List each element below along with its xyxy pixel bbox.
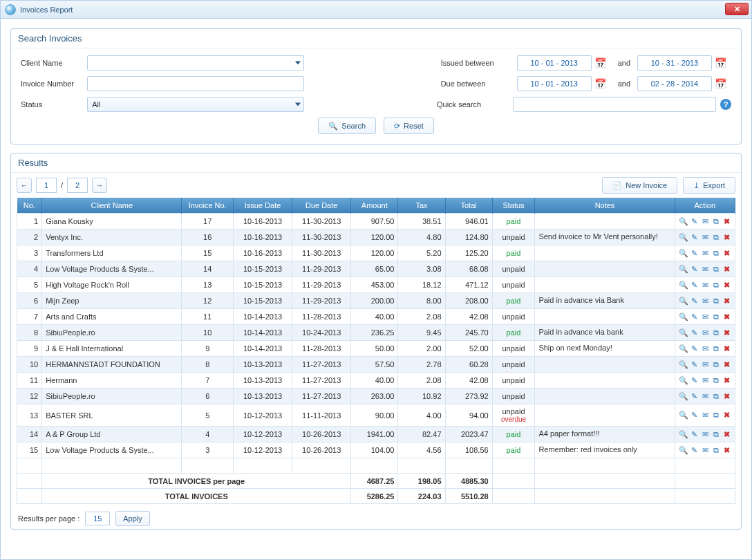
delete-icon[interactable]: ✖ <box>722 216 731 226</box>
delete-icon[interactable]: ✖ <box>722 328 731 337</box>
export-button[interactable]: ⤓ Export <box>683 177 735 194</box>
copy-icon[interactable]: ⧉ <box>712 429 721 439</box>
email-icon[interactable]: ✉ <box>701 264 710 274</box>
col-amount[interactable]: Amount <box>351 198 398 214</box>
calendar-icon[interactable]: 📅 <box>715 57 726 68</box>
view-icon[interactable]: 🔍 <box>679 216 688 226</box>
copy-icon[interactable]: ⧉ <box>712 296 721 306</box>
view-icon[interactable]: 🔍 <box>679 328 688 337</box>
edit-icon[interactable]: ✎ <box>690 445 699 455</box>
client-name-combo[interactable] <box>87 55 304 71</box>
email-icon[interactable]: ✉ <box>701 216 710 226</box>
delete-icon[interactable]: ✖ <box>722 429 731 439</box>
copy-icon[interactable]: ⧉ <box>712 232 721 242</box>
calendar-icon[interactable]: 📅 <box>594 78 605 89</box>
client-name-input[interactable] <box>88 56 295 70</box>
col-action[interactable]: Action <box>675 198 735 214</box>
pager-current-input[interactable] <box>36 178 57 193</box>
new-invoice-button[interactable]: 📄 New Invoice <box>602 177 677 194</box>
copy-icon[interactable]: ⧉ <box>712 344 721 353</box>
status-combo[interactable]: All <box>87 97 304 112</box>
delete-icon[interactable]: ✖ <box>722 411 731 420</box>
email-icon[interactable]: ✉ <box>701 375 710 385</box>
email-icon[interactable]: ✉ <box>701 248 710 258</box>
table-row[interactable]: 11 Hermann 7 10-13-2013 11-27-2013 40.00… <box>17 373 735 389</box>
pager-next-button[interactable]: → <box>92 178 107 193</box>
col-client[interactable]: Client Name <box>42 198 182 214</box>
delete-icon[interactable]: ✖ <box>722 280 731 290</box>
email-icon[interactable]: ✉ <box>701 411 710 420</box>
delete-icon[interactable]: ✖ <box>722 312 731 321</box>
table-row[interactable]: 14 A & P Group Ltd 4 10-12-2013 10-26-20… <box>17 427 735 442</box>
close-button[interactable]: ✕ <box>725 3 749 15</box>
table-row[interactable]: 1 Giana Kousky 17 10-16-2013 11-30-2013 … <box>17 214 735 230</box>
table-row[interactable]: 12 SibiuPeople.ro 6 10-13-2013 11-27-201… <box>17 389 735 404</box>
copy-icon[interactable]: ⧉ <box>712 411 721 420</box>
email-icon[interactable]: ✉ <box>701 328 710 337</box>
copy-icon[interactable]: ⧉ <box>712 280 721 290</box>
calendar-icon[interactable]: 📅 <box>715 78 726 89</box>
col-issue[interactable]: Issue Date <box>233 198 292 214</box>
table-row[interactable]: 4 Low Voltage Products & Syste... 14 10-… <box>17 261 735 277</box>
due-from-input[interactable] <box>517 76 592 91</box>
table-row[interactable]: 10 HERMANNSTADT FOUNDATION 8 10-13-2013 … <box>17 357 735 373</box>
edit-icon[interactable]: ✎ <box>690 360 699 369</box>
col-status[interactable]: Status <box>492 198 535 214</box>
view-icon[interactable]: 🔍 <box>679 445 688 455</box>
email-icon[interactable]: ✉ <box>701 429 710 439</box>
copy-icon[interactable]: ⧉ <box>712 216 721 226</box>
col-due[interactable]: Due Date <box>292 198 351 214</box>
edit-icon[interactable]: ✎ <box>690 248 699 258</box>
view-icon[interactable]: 🔍 <box>679 264 688 274</box>
delete-icon[interactable]: ✖ <box>722 264 731 274</box>
email-icon[interactable]: ✉ <box>701 344 710 353</box>
delete-icon[interactable]: ✖ <box>722 344 731 353</box>
quick-search-input[interactable] <box>513 97 716 112</box>
view-icon[interactable]: 🔍 <box>679 312 688 321</box>
edit-icon[interactable]: ✎ <box>690 264 699 274</box>
col-tax[interactable]: Tax <box>398 198 445 214</box>
email-icon[interactable]: ✉ <box>701 445 710 455</box>
table-row[interactable]: 3 Transformers Ltd 15 10-16-2013 11-30-2… <box>17 245 735 261</box>
edit-icon[interactable]: ✎ <box>690 328 699 337</box>
email-icon[interactable]: ✉ <box>701 360 710 369</box>
pager-prev-button[interactable]: ← <box>17 178 32 193</box>
edit-icon[interactable]: ✎ <box>690 216 699 226</box>
email-icon[interactable]: ✉ <box>701 232 710 242</box>
table-row[interactable]: 6 Mijn Zeep 12 10-15-2013 11-29-2013 200… <box>17 293 735 309</box>
email-icon[interactable]: ✉ <box>701 391 710 401</box>
copy-icon[interactable]: ⧉ <box>712 375 721 385</box>
edit-icon[interactable]: ✎ <box>690 411 699 420</box>
table-row[interactable]: 15 Low Voltage Products & Syste... 3 10-… <box>17 442 735 458</box>
edit-icon[interactable]: ✎ <box>690 232 699 242</box>
copy-icon[interactable]: ⧉ <box>712 264 721 274</box>
due-to-input[interactable] <box>637 76 712 91</box>
email-icon[interactable]: ✉ <box>701 280 710 290</box>
edit-icon[interactable]: ✎ <box>690 312 699 321</box>
table-row[interactable]: 2 Ventyx Inc. 16 10-16-2013 11-30-2013 1… <box>17 230 735 245</box>
view-icon[interactable]: 🔍 <box>679 391 688 401</box>
edit-icon[interactable]: ✎ <box>690 296 699 306</box>
copy-icon[interactable]: ⧉ <box>712 328 721 337</box>
view-icon[interactable]: 🔍 <box>679 248 688 258</box>
view-icon[interactable]: 🔍 <box>679 375 688 385</box>
delete-icon[interactable]: ✖ <box>722 248 731 258</box>
view-icon[interactable]: 🔍 <box>679 296 688 306</box>
col-notes[interactable]: Notes <box>535 198 675 214</box>
delete-icon[interactable]: ✖ <box>722 360 731 369</box>
edit-icon[interactable]: ✎ <box>690 429 699 439</box>
col-invno[interactable]: Invoice No. <box>182 198 234 214</box>
copy-icon[interactable]: ⧉ <box>712 391 721 401</box>
issued-from-input[interactable] <box>517 55 592 71</box>
view-icon[interactable]: 🔍 <box>679 360 688 369</box>
col-total[interactable]: Total <box>445 198 492 214</box>
table-row[interactable]: 8 SibiuPeople.ro 10 10-14-2013 10-24-201… <box>17 325 735 341</box>
edit-icon[interactable]: ✎ <box>690 344 699 353</box>
table-row[interactable]: 7 Arts and Crafts 11 10-14-2013 11-28-20… <box>17 309 735 325</box>
table-row[interactable]: 13 BASTER SRL 5 10-12-2013 11-11-2013 90… <box>17 404 735 427</box>
reset-button[interactable]: ⟳ Reset <box>384 118 434 134</box>
delete-icon[interactable]: ✖ <box>722 296 731 306</box>
delete-icon[interactable]: ✖ <box>722 232 731 242</box>
copy-icon[interactable]: ⧉ <box>712 445 721 455</box>
apply-button[interactable]: Apply <box>115 511 150 526</box>
